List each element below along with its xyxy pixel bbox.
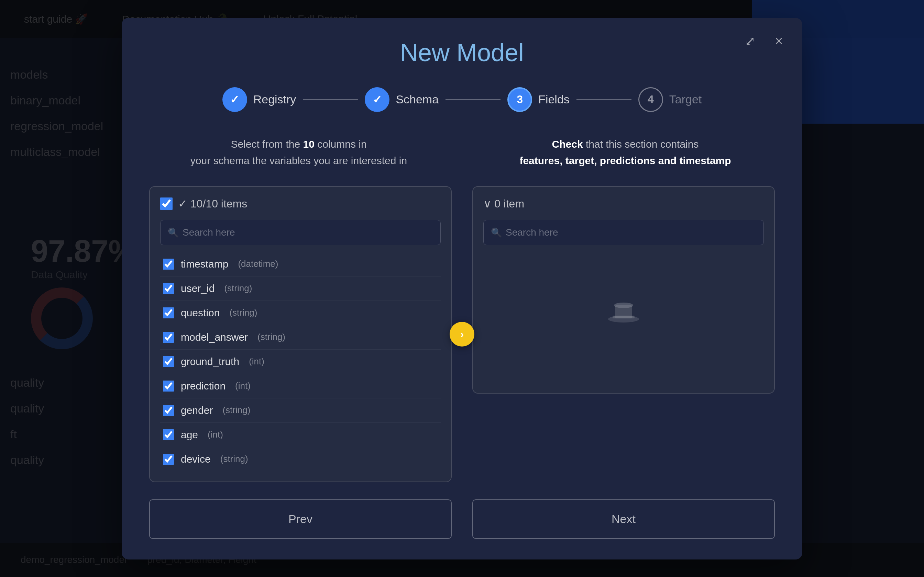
step-fields-circle: 3 bbox=[507, 87, 532, 112]
field-model_answer-checkbox[interactable] bbox=[163, 332, 174, 343]
desc-left-count: 10 bbox=[303, 139, 314, 150]
step-target: 4 Target bbox=[638, 87, 702, 112]
close-button[interactable]: × bbox=[768, 30, 790, 52]
step-registry-label: Registry bbox=[254, 93, 296, 106]
desc-left-line3: your schema the variables you are intere… bbox=[191, 155, 407, 166]
prev-button[interactable]: Prev bbox=[149, 500, 452, 539]
svg-point-2 bbox=[614, 303, 633, 308]
field-question-type: (string) bbox=[229, 308, 257, 318]
empty-hat-icon bbox=[606, 297, 641, 331]
field-user_id-type: (string) bbox=[224, 283, 252, 294]
transfer-button[interactable]: › bbox=[450, 322, 474, 347]
field-user_id-name: user_id bbox=[181, 283, 215, 294]
field-device: device (string) bbox=[160, 447, 441, 471]
left-panel-header: ✓ 10/10 items bbox=[160, 197, 441, 210]
modal-overlay: ⤢ × New Model ✓ Registry ✓ Schema 3 Fiel… bbox=[0, 0, 924, 577]
field-prediction-name: prediction bbox=[181, 380, 226, 392]
field-gender-name: gender bbox=[181, 405, 213, 416]
step-registry-circle: ✓ bbox=[222, 87, 247, 112]
close-icon: × bbox=[775, 33, 783, 49]
desc-right-prefix: Check bbox=[552, 139, 583, 150]
step-connector-1 bbox=[303, 99, 358, 100]
action-buttons: Prev Next bbox=[149, 500, 775, 539]
field-timestamp: timestamp (datetime) bbox=[160, 252, 441, 276]
field-timestamp-type: (datetime) bbox=[238, 259, 278, 269]
left-panel: ✓ 10/10 items 🔍 timestamp (datetime) use… bbox=[149, 186, 452, 482]
field-age-name: age bbox=[181, 429, 198, 441]
right-panel-header: ∨ 0 item bbox=[483, 197, 764, 210]
right-search-wrapper: 🔍 bbox=[483, 220, 764, 245]
field-model_answer-type: (string) bbox=[257, 332, 285, 342]
field-model_answer-name: model_answer bbox=[181, 331, 248, 343]
field-question-checkbox[interactable] bbox=[163, 308, 174, 318]
right-panel-empty bbox=[483, 252, 764, 383]
left-panel-select-all[interactable] bbox=[160, 198, 173, 210]
expand-icon: ⤢ bbox=[745, 34, 755, 48]
field-gender: gender (string) bbox=[160, 398, 441, 423]
field-gender-type: (string) bbox=[222, 405, 250, 416]
step-schema: ✓ Schema bbox=[365, 87, 439, 112]
field-prediction: prediction (int) bbox=[160, 374, 441, 398]
desc-right-line1: that this section contains bbox=[586, 139, 699, 150]
new-model-modal: ⤢ × New Model ✓ Registry ✓ Schema 3 Fiel… bbox=[122, 18, 802, 559]
field-prediction-checkbox[interactable] bbox=[163, 380, 174, 392]
field-age-checkbox[interactable] bbox=[163, 429, 174, 440]
field-ground_truth-name: ground_truth bbox=[181, 356, 239, 367]
expand-button[interactable]: ⤢ bbox=[739, 30, 761, 52]
field-prediction-type: (int) bbox=[235, 380, 250, 391]
right-search-icon: 🔍 bbox=[491, 227, 502, 238]
field-question: question (string) bbox=[160, 301, 441, 325]
left-search-icon: 🔍 bbox=[168, 227, 179, 238]
step-schema-label: Schema bbox=[396, 93, 439, 106]
description-left: Select from the 10 columns in your schem… bbox=[149, 136, 448, 169]
field-device-checkbox[interactable] bbox=[163, 454, 174, 465]
field-age-type: (int) bbox=[208, 429, 223, 440]
right-panel: ∨ 0 item 🔍 bbox=[472, 186, 775, 393]
description-area: Select from the 10 columns in your schem… bbox=[149, 136, 775, 169]
stepper: ✓ Registry ✓ Schema 3 Fields 4 Target bbox=[149, 87, 775, 112]
step-fields: 3 Fields bbox=[507, 87, 570, 112]
field-timestamp-name: timestamp bbox=[181, 258, 228, 270]
desc-left-line2: columns in bbox=[317, 139, 367, 150]
transfer-icon: › bbox=[460, 327, 464, 341]
desc-right-line2: features, target, predictions and timest… bbox=[519, 155, 731, 166]
field-ground_truth-checkbox[interactable] bbox=[163, 356, 174, 367]
svg-rect-3 bbox=[612, 316, 635, 318]
field-ground_truth-type: (int) bbox=[249, 356, 264, 367]
field-age: age (int) bbox=[160, 423, 441, 447]
step-schema-circle: ✓ bbox=[365, 87, 389, 112]
field-ground_truth: ground_truth (int) bbox=[160, 350, 441, 374]
field-user_id-checkbox[interactable] bbox=[163, 283, 174, 294]
field-question-name: question bbox=[181, 307, 220, 319]
field-model_answer: model_answer (string) bbox=[160, 325, 441, 350]
step-fields-label: Fields bbox=[538, 93, 570, 106]
step-target-label: Target bbox=[669, 93, 702, 106]
step-connector-3 bbox=[577, 99, 632, 100]
step-registry: ✓ Registry bbox=[222, 87, 296, 112]
left-search-input[interactable] bbox=[160, 220, 441, 245]
modal-title: New Model bbox=[149, 39, 775, 67]
left-panel-count: ✓ 10/10 items bbox=[178, 197, 247, 210]
step-target-circle: 4 bbox=[638, 87, 663, 112]
field-device-type: (string) bbox=[220, 454, 248, 464]
right-panel-count: ∨ 0 item bbox=[483, 197, 524, 210]
step-connector-2 bbox=[446, 99, 501, 100]
left-search-wrapper: 🔍 bbox=[160, 220, 441, 245]
right-search-input[interactable] bbox=[483, 220, 764, 245]
field-device-name: device bbox=[181, 453, 211, 465]
description-right: Check that this section contains feature… bbox=[476, 136, 775, 169]
panels-container: ✓ 10/10 items 🔍 timestamp (datetime) use… bbox=[149, 186, 775, 482]
next-button[interactable]: Next bbox=[472, 500, 775, 539]
field-user_id: user_id (string) bbox=[160, 276, 441, 301]
field-gender-checkbox[interactable] bbox=[163, 405, 174, 416]
field-timestamp-checkbox[interactable] bbox=[163, 259, 174, 269]
desc-left-line1: Select from the bbox=[231, 139, 300, 150]
